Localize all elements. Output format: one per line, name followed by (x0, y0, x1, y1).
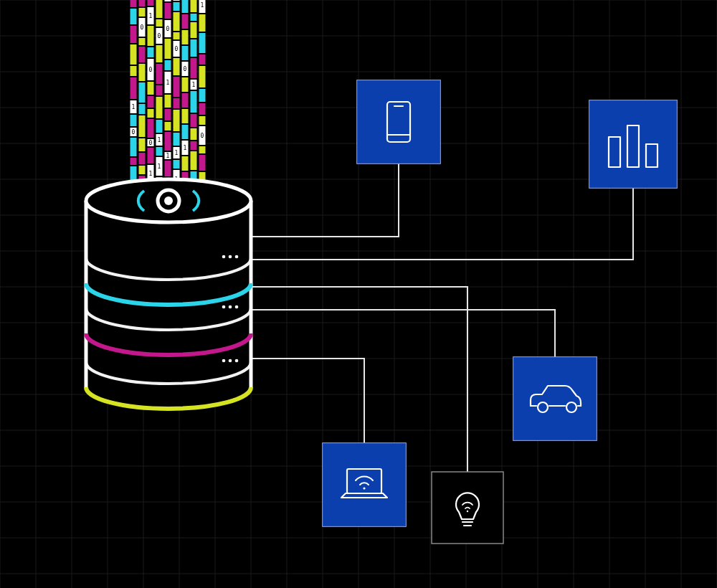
svg-rect-188 (199, 103, 206, 115)
car-node (513, 357, 597, 440)
svg-point-209 (164, 196, 173, 205)
svg-rect-44 (130, 77, 137, 99)
svg-rect-63 (139, 82, 146, 103)
svg-rect-77 (148, 47, 154, 57)
svg-text:1: 1 (192, 82, 196, 88)
svg-text:0: 0 (149, 67, 153, 73)
svg-text:1: 1 (166, 80, 170, 86)
svg-rect-76 (148, 26, 154, 46)
svg-rect-136 (174, 77, 180, 97)
svg-rect-139 (174, 133, 180, 146)
svg-text:1: 1 (184, 145, 187, 151)
svg-rect-64 (139, 104, 146, 114)
svg-rect-91 (156, 0, 163, 18)
svg-rect-137 (174, 98, 180, 108)
svg-text:0: 0 (158, 33, 161, 39)
svg-rect-83 (148, 119, 154, 138)
svg-rect-57 (139, 8, 146, 16)
svg-rect-56 (139, 0, 146, 6)
svg-rect-138 (174, 110, 180, 131)
svg-point-234 (467, 511, 468, 512)
diagram-canvas: 10001100101100011000110010110 (0, 0, 717, 588)
svg-text:1: 1 (132, 104, 136, 110)
phone-node (357, 80, 440, 163)
svg-rect-119 (165, 109, 171, 120)
svg-rect-168 (191, 39, 197, 57)
svg-rect-68 (139, 166, 146, 174)
svg-rect-65 (139, 115, 146, 137)
svg-rect-47 (130, 115, 137, 126)
svg-rect-151 (182, 46, 189, 60)
svg-rect-115 (165, 60, 171, 70)
svg-rect-148 (182, 0, 189, 13)
svg-rect-187 (199, 89, 206, 102)
svg-rect-86 (148, 148, 154, 163)
svg-rect-111 (165, 3, 171, 19)
svg-rect-131 (174, 12, 180, 31)
svg-rect-95 (156, 45, 163, 62)
svg-text:1: 1 (166, 153, 170, 159)
svg-rect-155 (182, 93, 189, 108)
svg-point-201 (222, 255, 226, 259)
svg-rect-211 (357, 80, 440, 163)
svg-rect-174 (191, 128, 197, 140)
svg-rect-102 (156, 147, 163, 156)
svg-rect-154 (182, 77, 189, 92)
svg-rect-132 (174, 32, 180, 39)
svg-rect-160 (182, 156, 189, 171)
svg-rect-183 (199, 14, 206, 32)
svg-rect-62 (139, 64, 146, 81)
svg-rect-150 (182, 30, 189, 44)
svg-rect-175 (191, 141, 197, 150)
svg-rect-166 (191, 14, 197, 21)
svg-rect-130 (174, 2, 180, 11)
svg-text:0: 0 (184, 66, 187, 72)
svg-rect-98 (156, 97, 163, 118)
svg-rect-186 (199, 66, 206, 87)
svg-text:1: 1 (158, 163, 161, 170)
svg-rect-228 (323, 443, 406, 526)
svg-rect-221 (513, 357, 597, 440)
svg-rect-172 (191, 91, 197, 113)
svg-rect-149 (182, 14, 189, 29)
svg-rect-135 (174, 58, 180, 75)
svg-text:1: 1 (149, 171, 153, 177)
svg-rect-165 (191, 0, 197, 12)
svg-rect-169 (191, 58, 197, 78)
svg-rect-185 (199, 54, 206, 65)
svg-point-204 (222, 305, 226, 309)
svg-point-202 (235, 305, 239, 309)
svg-rect-42 (130, 44, 137, 65)
svg-rect-67 (139, 153, 146, 164)
svg-text:0: 0 (166, 26, 170, 32)
svg-rect-121 (165, 132, 171, 151)
svg-rect-114 (165, 39, 171, 59)
svg-point-207 (222, 359, 226, 363)
svg-text:0: 0 (141, 24, 144, 31)
svg-rect-216 (589, 100, 677, 188)
lightbulb-node (432, 472, 503, 544)
svg-rect-80 (148, 82, 154, 95)
svg-rect-50 (130, 138, 137, 156)
svg-rect-167 (191, 22, 197, 38)
laptop-node (323, 443, 406, 526)
svg-rect-99 (156, 120, 163, 133)
svg-rect-173 (191, 114, 197, 127)
svg-rect-124 (165, 161, 171, 176)
svg-rect-97 (156, 85, 163, 95)
svg-point-200 (229, 255, 232, 259)
svg-point-199 (235, 255, 239, 259)
svg-text:1: 1 (175, 150, 179, 156)
svg-point-230 (363, 487, 365, 489)
svg-point-203 (229, 305, 232, 309)
svg-rect-40 (130, 9, 137, 24)
svg-text:0: 0 (132, 129, 136, 136)
svg-rect-92 (156, 19, 163, 27)
svg-rect-66 (139, 138, 146, 151)
svg-rect-61 (139, 47, 146, 62)
svg-rect-192 (199, 146, 206, 153)
svg-rect-189 (199, 116, 206, 125)
svg-rect-120 (165, 122, 171, 131)
svg-rect-43 (130, 66, 137, 76)
svg-rect-157 (182, 125, 189, 139)
